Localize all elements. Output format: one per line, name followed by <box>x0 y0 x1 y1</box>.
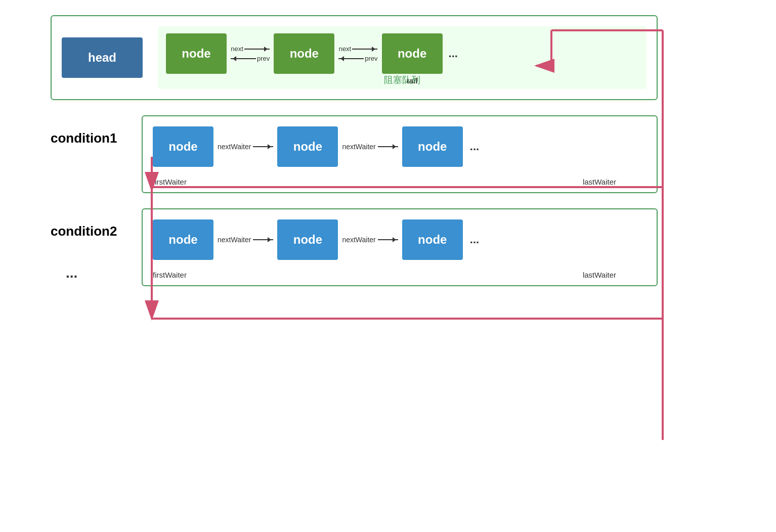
c2-node-2-wrapper: node <box>277 219 338 260</box>
c1-node-1: node <box>153 126 213 167</box>
bottom-ellipsis: ... <box>66 265 77 281</box>
condition1-label: condition1 <box>51 115 132 146</box>
green-node-1-wrapper: node <box>166 33 227 74</box>
c2-nw-line-1 <box>253 239 273 240</box>
c2-node-2: node <box>277 219 338 260</box>
c1-nw-line-2 <box>378 146 398 147</box>
green-node-2-wrapper: node <box>274 33 334 74</box>
next-arrow-1-2: next <box>231 45 270 53</box>
diagram-container: head node next <box>51 15 728 301</box>
arrow-block-1-2: next prev <box>231 45 270 62</box>
prev-arrow-1-2: prev <box>231 55 270 62</box>
c2-firstwaiter-label: firstWaiter <box>153 271 187 279</box>
green-queue-zone: node next prev n <box>158 26 646 89</box>
next-line-2 <box>352 49 377 50</box>
condition1-inner: node nextWaiter node nextWaiter <box>153 126 646 167</box>
c1-nw-label-2: nextWaiter <box>342 143 375 151</box>
top-inner: head node next <box>62 26 646 89</box>
queue-ellipsis: ... <box>449 47 458 60</box>
condition2-row: condition2 node nextWaiter node <box>51 208 658 286</box>
c2-nw-arrow-2: nextWaiter <box>342 236 398 244</box>
c2-node-1: node <box>153 219 213 260</box>
prev-label-1: prev <box>257 55 270 62</box>
top-section: head node next <box>51 15 658 100</box>
condition2-inner: node nextWaiter node nextWaiter <box>153 219 646 260</box>
prev-line-2 <box>338 58 364 59</box>
next-line-1 <box>244 49 270 50</box>
c2-node-3-wrapper: node <box>402 219 463 260</box>
condition2-label: condition2 <box>51 208 132 239</box>
next-label-2: next <box>339 45 352 53</box>
c1-nw-line-1 <box>253 146 273 147</box>
c1-node-2: node <box>277 126 338 167</box>
green-node-2: node <box>274 33 334 74</box>
c1-node-2-wrapper: node <box>277 126 338 167</box>
c1-node-3-wrapper: node <box>402 126 463 167</box>
c2-lastwaiter-label: lastWaiter <box>583 271 616 279</box>
c2-nw-arrow-1: nextWaiter <box>218 236 273 244</box>
c1-lastwaiter-label: lastWaiter <box>583 178 616 186</box>
condition2-box: node nextWaiter node nextWaiter <box>142 208 658 286</box>
c2-node-1-wrapper: node <box>153 219 213 260</box>
arrow-block-2-3: next prev <box>338 45 377 62</box>
next-arrow-2-3: next <box>339 45 378 53</box>
c1-nw-arrow-1: nextWaiter <box>218 143 273 151</box>
c1-ellipsis: ... <box>470 140 479 153</box>
c1-nw-label-1: nextWaiter <box>218 143 251 151</box>
prev-label-2: prev <box>365 55 377 62</box>
next-label-1: next <box>231 45 243 53</box>
condition1-row: condition1 node nextWaiter node <box>51 115 658 193</box>
prev-arrow-2-3: prev <box>338 55 377 62</box>
c1-node-3: node <box>402 126 463 167</box>
queue-label: 阻塞队列 <box>384 74 420 86</box>
conditions-area: condition1 node nextWaiter node <box>51 115 658 286</box>
c2-nw-label-2: nextWaiter <box>342 236 375 244</box>
c2-nw-label-1: nextWaiter <box>218 236 251 244</box>
c2-ellipsis: ... <box>470 233 479 246</box>
c2-nw-line-2 <box>378 239 398 240</box>
c2-node-3: node <box>402 219 463 260</box>
c1-nw-arrow-2: nextWaiter <box>342 143 398 151</box>
head-box: head <box>62 37 143 78</box>
head-label: head <box>88 51 116 65</box>
prev-line-1 <box>231 58 256 59</box>
green-node-3-wrapper: node tail <box>382 33 443 74</box>
condition1-box: node nextWaiter node nextWaiter <box>142 115 658 193</box>
green-node-1: node <box>166 33 227 74</box>
c1-node-1-wrapper: node <box>153 126 213 167</box>
green-node-3: node <box>382 33 443 74</box>
c1-firstwaiter-label: firstWaiter <box>153 178 187 186</box>
